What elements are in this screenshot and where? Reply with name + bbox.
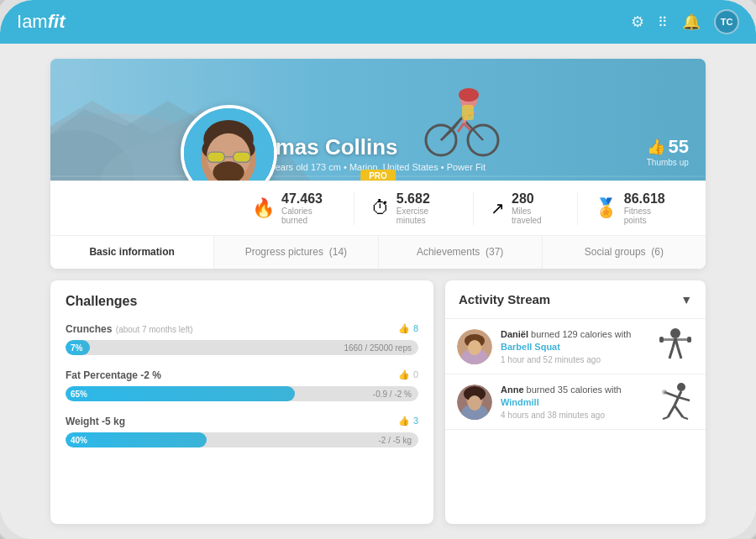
like-count-fat: 0 [413,369,418,379]
notification-icon[interactable]: 🔔 [682,13,701,31]
fat-progress-bg: 65% -0.9 / -2 % [66,386,418,401]
calories-icon: 🔥 [252,197,275,219]
activity-header: Activity Stream ▼ [445,280,706,319]
like-count-weight: 3 [413,416,418,426]
stat-calories: 🔥 47.463 Calories burned [235,191,354,225]
weight-percent: 40% [71,436,87,445]
fat-progress-fill: 65% [66,386,295,401]
svg-rect-39 [659,337,664,343]
like-count: 8 [413,323,418,333]
activity-dropdown-icon[interactable]: ▼ [680,293,692,306]
challenges-panel: Challenges Crunches (about 7 months left… [50,280,433,524]
activity-avatar-anne [457,385,492,420]
thumbs-up-count: 55 [669,136,689,158]
activity-text-daniel: Daniël burned 129 calories with Barbell … [501,328,648,365]
svg-point-49 [468,395,481,411]
settings-icon[interactable]: ⚙ [631,13,644,31]
activity-stream-panel: Activity Stream ▼ [445,280,706,524]
activity-text-anne: Anne burned 35 calories with Windmill 4 … [501,384,648,421]
svg-rect-19 [462,105,474,120]
challenge-weight: Weight -5 kg 👍 3 40% -2 / -5 kg [66,413,418,447]
logo-fit: fit [48,11,66,33]
fitness-label: Fitness points [624,207,672,225]
weight-values: -2 / -5 kg [379,436,412,445]
calories-label: Calories burned [281,207,337,225]
challenge-crunches: Crunches (about 7 months left) 👍 8 7% 16… [66,321,418,355]
nav-icons: ⚙ ⠿ 🔔 TC [631,9,739,34]
thumbs-up-icon: 👍 [647,138,665,156]
calories-value: 47.463 [281,191,337,207]
exercise-value: 5.682 [396,191,456,207]
svg-line-53 [678,397,690,400]
profile-tabs: Basic information Progress pictures (14)… [50,235,706,269]
challenge-crunches-like[interactable]: 👍 8 [398,323,418,334]
stats-row: 🔥 47.463 Calories burned ⏱ 5.682 Exercis… [50,181,706,235]
fat-values: -0.9 / -2 % [373,390,412,399]
top-navigation: I amfit ⚙ ⠿ 🔔 TC [0,0,756,44]
svg-point-54 [662,390,667,395]
svg-line-56 [675,406,683,417]
challenges-title: Challenges [66,294,418,309]
svg-point-36 [468,340,481,355]
activity-description-daniel: Daniël burned 129 calories with Barbell … [501,328,648,354]
barbell-squat-icon [656,327,694,365]
thumbs-up-label: Thumbs up [647,158,689,167]
bottom-section: Challenges Crunches (about 7 months left… [50,280,706,524]
stat-miles: ↗ 280 Miles traveled [474,191,578,225]
fat-percent: 65% [71,390,87,399]
crunches-progress-fill: 7% [66,340,90,355]
tab-basic-info[interactable]: Basic information [50,236,214,269]
challenge-weight-name: Weight -5 kg [66,416,125,427]
svg-point-50 [677,383,685,391]
crunches-progress-bg: 7% 1660 / 25000 reps [66,340,418,355]
activity-description-anne: Anne burned 35 calories with Windmill [501,384,648,410]
challenge-fat-name: Fat Percentage -2 % [66,369,161,381]
tablet-frame: I amfit ⚙ ⠿ 🔔 TC [0,0,756,539]
crunches-values: 1660 / 25000 reps [344,343,412,353]
activity-time-daniel: 1 hour and 52 minutes ago [501,355,648,364]
grid-icon[interactable]: ⠿ [658,14,669,30]
exercise-icon: ⏱ [371,197,390,219]
svg-point-14 [459,88,479,102]
tab-achievements[interactable]: Achievements (37) [379,236,543,269]
miles-icon: ↗ [491,198,505,218]
svg-rect-40 [687,337,691,343]
tab-progress-pictures[interactable]: Progress pictures (14) [214,236,378,269]
svg-line-57 [663,417,668,419]
activity-avatar-daniel [457,329,492,364]
svg-line-44 [678,348,681,358]
weight-progress-bg: 40% -2 / -5 kg [66,432,418,447]
fitness-value: 86.618 [624,191,672,207]
svg-line-55 [668,406,675,417]
like-icon-weight: 👍 [398,416,410,426]
stat-exercise: ⏱ 5.682 Exercise minutes [354,191,474,225]
main-content: Thomas Collins Male 27 years old 173 cm … [0,44,756,539]
like-icon-fat: 👍 [398,369,410,380]
svg-line-58 [683,417,688,419]
exercise-label: Exercise minutes [396,207,456,225]
tab-social-groups[interactable]: Social groups (6) [543,236,706,269]
crunches-percent: 7% [71,343,82,353]
miles-label: Miles traveled [512,207,560,225]
activity-item-anne: Anne burned 35 calories with Windmill 4 … [445,374,706,430]
like-icon: 👍 [398,323,410,334]
activity-title: Activity Stream [459,292,550,306]
windmill-icon [656,383,694,421]
svg-line-43 [669,348,673,358]
challenge-fat-like[interactable]: 👍 0 [398,369,418,380]
app-logo: I amfit [17,11,65,33]
activity-items: Daniël burned 129 calories with Barbell … [445,319,706,524]
svg-rect-26 [207,152,224,162]
weight-progress-fill: 40% [66,432,207,447]
challenge-weight-like[interactable]: 👍 3 [398,416,418,426]
challenge-crunches-sub: (about 7 months left) [116,325,193,334]
profile-card: Thomas Collins Male 27 years old 173 cm … [50,59,706,269]
svg-point-37 [670,328,680,338]
challenge-crunches-name: Crunches [66,323,112,335]
user-avatar-nav[interactable]: TC [714,9,739,34]
activity-time-anne: 4 hours and 38 minutes ago [501,411,648,420]
activity-item-daniel: Daniël burned 129 calories with Barbell … [445,319,706,374]
challenge-fat: Fat Percentage -2 % 👍 0 65% -0.9 / -2 % [66,367,418,401]
logo-am: am [22,11,48,33]
svg-rect-27 [234,152,250,162]
